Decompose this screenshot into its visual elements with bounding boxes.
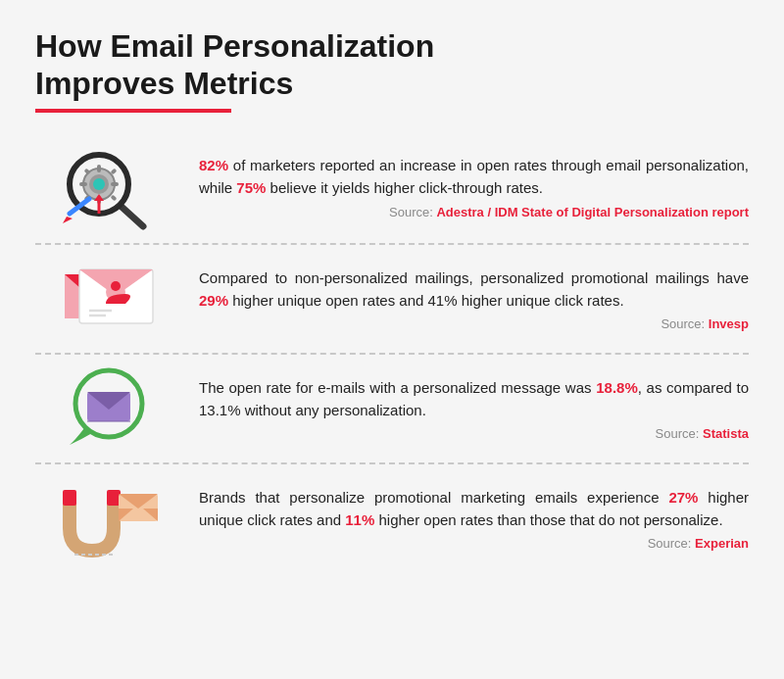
main-title: How Email Personalization Improves Metri… xyxy=(35,27,749,103)
text-area-2: Compared to non-personalized mailings, p… xyxy=(187,267,749,332)
icon-area-3 xyxy=(35,364,187,453)
svg-rect-5 xyxy=(97,165,101,172)
highlight-11: 11% xyxy=(345,511,374,528)
magnet-icon xyxy=(55,474,168,562)
svg-rect-7 xyxy=(79,182,87,186)
stat-text-2: Compared to non-personalized mailings, p… xyxy=(199,267,749,313)
source-link-1: Adestra / IDM State of Digital Personali… xyxy=(436,205,749,219)
title-underline xyxy=(35,109,231,113)
envelope-icon xyxy=(55,255,168,343)
stat-text-1: 82% of marketers reported an increase in… xyxy=(199,154,749,200)
stat-item-2: Compared to non-personalized mailings, p… xyxy=(35,243,749,353)
stat-item-3: The open rate for e-mails with a persona… xyxy=(35,353,749,462)
svg-point-23 xyxy=(111,281,121,291)
source-2: Source: Invesp xyxy=(199,316,749,331)
text-area-4: Brands that personalize promotional mark… xyxy=(187,486,749,552)
magnifier-icon xyxy=(55,140,168,233)
svg-line-0 xyxy=(122,207,143,226)
stat-text-4: Brands that personalize promotional mark… xyxy=(199,486,749,532)
svg-marker-17 xyxy=(63,217,73,223)
chat-mail-icon xyxy=(55,364,168,453)
svg-point-13 xyxy=(93,178,105,190)
highlight-29: 29% xyxy=(199,292,228,309)
highlight-18: 18.8% xyxy=(596,379,638,396)
icon-area-4 xyxy=(35,474,187,562)
svg-rect-12 xyxy=(110,194,117,201)
highlight-27: 27% xyxy=(668,489,698,506)
text-area-3: The open rate for e-mails with a persona… xyxy=(187,376,749,442)
stat-item-4: Brands that personalize promotional mark… xyxy=(35,462,749,572)
source-1: Source: Adestra / IDM State of Digital P… xyxy=(199,205,749,219)
icon-area-2 xyxy=(35,255,187,343)
svg-rect-8 xyxy=(111,182,119,186)
stat-item-1: 82% of marketers reported an increase in… xyxy=(35,130,749,243)
highlight-75: 75% xyxy=(236,179,266,196)
source-link-3: Statista xyxy=(703,426,749,441)
stat-text-3: The open rate for e-mails with a persona… xyxy=(199,376,749,422)
svg-rect-31 xyxy=(107,490,121,506)
text-area-1: 82% of marketers reported an increase in… xyxy=(187,154,749,219)
highlight-82: 82% xyxy=(199,157,228,173)
source-link-4: Experian xyxy=(695,536,749,551)
svg-rect-30 xyxy=(63,490,76,506)
source-4: Source: Experian xyxy=(199,536,749,551)
main-container: How Email Personalization Improves Metri… xyxy=(0,0,784,679)
source-link-2: Invesp xyxy=(709,316,749,331)
icon-area-1 xyxy=(35,140,187,233)
source-3: Source: Statista xyxy=(199,426,749,441)
